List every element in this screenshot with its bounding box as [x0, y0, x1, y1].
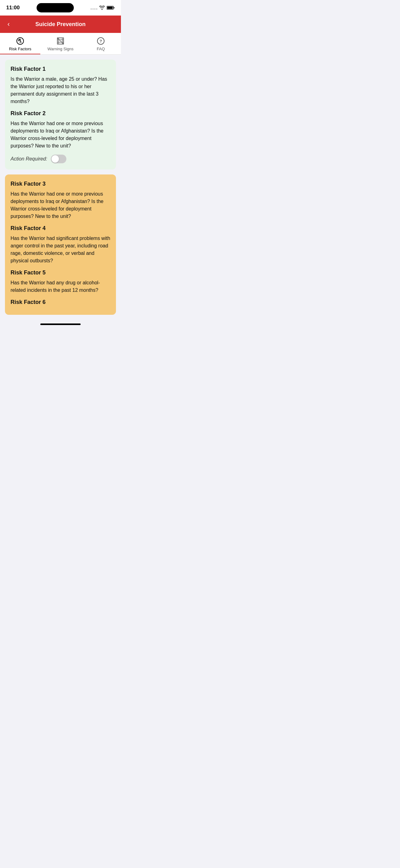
faq-icon: ? — [96, 37, 105, 45]
tab-warning-signs[interactable]: Warning Signs — [40, 33, 80, 54]
risk-factor-4-block: Risk Factor 4 Has the Warrior had signif… — [10, 225, 110, 265]
risk-factor-6-block: Risk Factor 6 — [10, 299, 110, 306]
signal-icon — [91, 6, 97, 10]
svg-rect-6 — [113, 7, 114, 8]
risk-factor-5-text: Has the Warrior had any drug or alcohol-… — [10, 279, 110, 294]
back-button[interactable]: ‹ — [5, 18, 12, 31]
nav-title: Suicide Prevention — [35, 21, 86, 28]
risk-factor-3-block: Risk Factor 3 Has the Warrior had one or… — [10, 181, 110, 220]
svg-point-8 — [20, 42, 21, 43]
tab-faq-label: FAQ — [97, 46, 105, 51]
toggle-knob — [52, 155, 59, 163]
action-required-label: Action Required: — [10, 156, 47, 162]
card-orange: Risk Factor 3 Has the Warrior had one or… — [5, 175, 116, 315]
nav-bar: ‹ Suicide Prevention — [0, 16, 121, 33]
wifi-icon — [99, 6, 105, 10]
status-time: 11:00 — [6, 5, 20, 11]
tab-bar: Risk Factors Warning Signs ? FAQ — [0, 33, 121, 55]
risk-factor-3-title: Risk Factor 3 — [10, 181, 110, 187]
risk-factor-2-title: Risk Factor 2 — [10, 110, 110, 117]
status-notch — [37, 3, 74, 12]
risk-factors-icon — [16, 37, 25, 45]
home-bar — [40, 323, 80, 325]
tab-faq[interactable]: ? FAQ — [80, 33, 121, 54]
risk-factor-1-block: Risk Factor 1 Is the Warrior a male, age… — [10, 66, 110, 105]
risk-factor-5-title: Risk Factor 5 — [10, 270, 110, 276]
risk-factor-5-block: Risk Factor 5 Has the Warrior had any dr… — [10, 270, 110, 294]
svg-rect-5 — [107, 7, 112, 9]
tab-risk-factors[interactable]: Risk Factors — [0, 33, 40, 54]
svg-point-0 — [91, 8, 92, 10]
risk-factor-2-text: Has the Warrior had one or more previous… — [10, 120, 110, 150]
action-required-row: Action Required: — [10, 155, 110, 163]
action-required-toggle[interactable] — [51, 155, 66, 163]
risk-factor-2-block: Risk Factor 2 Has the Warrior had one or… — [10, 110, 110, 150]
svg-point-3 — [96, 8, 97, 10]
tab-risk-factors-label: Risk Factors — [9, 46, 31, 51]
warning-signs-icon — [56, 37, 65, 45]
svg-point-2 — [94, 8, 96, 10]
risk-factor-1-text: Is the Warrior a male, age 25 or under? … — [10, 75, 110, 105]
risk-factor-3-text: Has the Warrior had one or more previous… — [10, 190, 110, 220]
status-bar: 11:00 — [0, 0, 121, 16]
risk-factor-1-title: Risk Factor 1 — [10, 66, 110, 72]
risk-factor-4-title: Risk Factor 4 — [10, 225, 110, 231]
risk-factor-4-text: Has the Warrior had significant problems… — [10, 235, 110, 265]
home-indicator — [0, 320, 121, 328]
status-icons — [91, 6, 115, 10]
svg-text:?: ? — [100, 39, 102, 43]
content-area: Risk Factor 1 Is the Warrior a male, age… — [0, 55, 121, 320]
tab-warning-signs-label: Warning Signs — [47, 46, 73, 51]
battery-icon — [107, 6, 115, 10]
card-green: Risk Factor 1 Is the Warrior a male, age… — [5, 60, 116, 169]
svg-point-1 — [92, 8, 94, 10]
risk-factor-6-title: Risk Factor 6 — [10, 299, 110, 306]
svg-line-13 — [57, 38, 64, 44]
